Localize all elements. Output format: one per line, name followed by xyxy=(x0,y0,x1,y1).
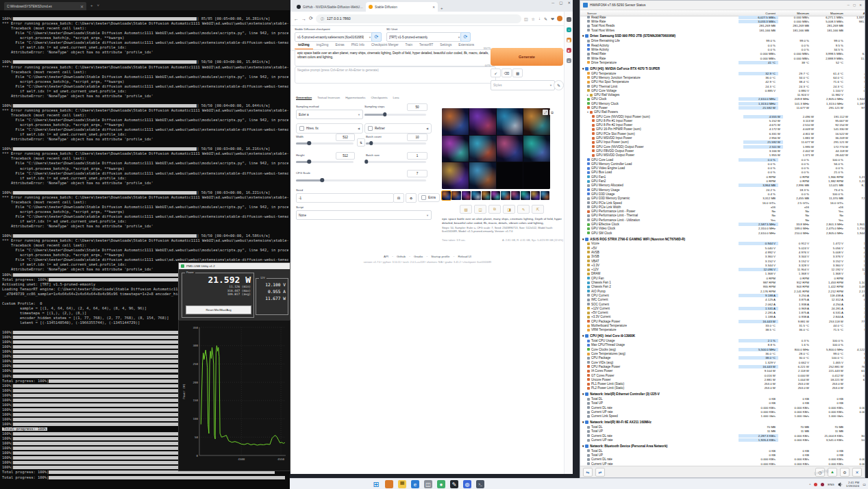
gallery-image[interactable] xyxy=(469,108,496,135)
tab-close-icon[interactable]: ✕ xyxy=(432,5,435,9)
sensor-row[interactable]: Vcore0.944 V0.912 V1.472 V1.104 V xyxy=(580,242,865,246)
sensor-row[interactable]: VBAT3.152 V3.152 V3.152 V3.152 V xyxy=(580,259,865,263)
sensor-row[interactable]: +12V Current1.531 A0.969 A24.281 A8.114 … xyxy=(580,306,865,310)
tab-dropdown-icon[interactable]: ˅ xyxy=(97,3,100,8)
sensor-row[interactable]: Total UP0 KB0 KB0 KB xyxy=(580,401,865,405)
hires-fix-checkbox[interactable]: Hires. fix◀ xyxy=(296,123,363,134)
gallery-thumbnail[interactable] xyxy=(541,191,549,200)
sensor-row[interactable]: CPU Fan0 RPM0 RPM0 RPM0 RPM xyxy=(580,276,865,280)
footer-link-reload-ui[interactable]: Reload UI xyxy=(458,255,471,258)
sensor-row[interactable]: Total Host Reads281,269 MB281,269 MB281,… xyxy=(580,24,865,28)
sensor-row[interactable]: GPU 16-Pin HPWR Power (sum)4.172 W4.009 … xyxy=(580,127,865,131)
sensor-row[interactable]: GPU Bus Load0.0 %0.0 %21.0 %4.2 % xyxy=(580,171,865,175)
tab-img2img[interactable]: img2img xyxy=(313,42,332,49)
sensor-row[interactable]: GPU Fan10 RPM0 RPM1,966 RPM1,213 RPM xyxy=(580,175,865,179)
tab-settings[interactable]: Settings xyxy=(436,42,455,49)
sidebar-shopping-icon[interactable]: ▣ xyxy=(567,38,571,42)
sensor-row[interactable]: GPU Core Load0.0 %0.0 %100.0 %46.8 % xyxy=(580,158,865,162)
gallery-image[interactable] xyxy=(469,162,496,189)
sensor-row[interactable]: PL1 Power Limit (Static)253.0 W253.0 W25… xyxy=(580,381,865,386)
sensor-row[interactable]: Drive Temperature41 °C38 °C52 °C45 °C xyxy=(580,60,865,64)
browser-tab-stable-diffusion[interactable]: Stable Diffusion ✕ xyxy=(366,2,438,12)
taskbar-pmd-app[interactable]: ◍ xyxy=(463,480,471,488)
close-sensors-button[interactable]: ✕ xyxy=(852,468,862,477)
sensor-row[interactable]: Core VIDs (avg)1.329 V0.662 V1.465 V1.18… xyxy=(580,360,865,364)
terminal-tab-close-icon[interactable]: ✕ xyxy=(80,4,84,9)
sensor-row[interactable]: PL2 Power Limit (Static)253.0 W253.0 W25… xyxy=(580,386,865,390)
sensor-row[interactable]: Drive Remaining Life99.0 %99.0 %99.0 %99… xyxy=(580,39,865,43)
sensor-row[interactable]: GPU Video Engine Load0.0 %0.0 %0.0 %0.0 … xyxy=(580,166,865,171)
tab-tensorrt[interactable]: TensorRT xyxy=(416,42,436,49)
site-info-icon[interactable]: ⓘ xyxy=(321,16,324,21)
footer-link-github[interactable]: Github xyxy=(397,255,406,258)
taskbar-terminal[interactable]: >_ xyxy=(476,480,484,488)
tray-hwinfo-icon[interactable] xyxy=(814,483,817,486)
tab-extras[interactable]: Extras xyxy=(332,42,347,49)
sensor-group-header[interactable]: ▾ Network: Intel(R) Ethernet Controller … xyxy=(580,392,865,397)
batch-count-value[interactable]: 10 xyxy=(407,134,427,141)
gallery-thumbnail[interactable] xyxy=(462,191,471,200)
footer-link-startup-profile[interactable]: Startup profile xyxy=(431,255,449,258)
sensor-group-header[interactable]: ▾ ASUS ROG STRIX Z790-E GAMING WIFI (Nuv… xyxy=(580,236,865,242)
sensor-row[interactable]: Current DL rate2,287.3 KB/s0.000 KB/s21,… xyxy=(580,434,865,438)
taskbar-sensor-app[interactable]: ● xyxy=(437,480,445,488)
extra-networks-button[interactable]: ▦ xyxy=(512,68,523,77)
send-to-inpaint-button[interactable]: ✎ xyxy=(517,205,530,214)
tray-overflow-caret[interactable]: ^ xyxy=(809,483,810,486)
width-value[interactable]: 512 xyxy=(336,134,355,141)
sensor-row[interactable]: GPU D3D Usage0.4 %0.0 %100.0 %45.1 % xyxy=(580,192,865,196)
maximize-button[interactable]: ▢ xyxy=(853,3,856,7)
sensor-row[interactable]: GPU Hot Spot Temperature42.9 °C38.4 °C71… xyxy=(580,80,865,84)
minimize-button[interactable]: ─ xyxy=(847,3,850,7)
sensor-row[interactable]: AIO Pump2,176 RPM2,141 RPM2,212 RPM2,177… xyxy=(580,289,865,293)
sensor-row[interactable]: GPU 8-Pin #1 Input Power5.152 W3.113 W95… xyxy=(580,118,865,123)
sensor-row[interactable]: GPU Core (NVVDD) Input Power (sum)4.555 … xyxy=(580,114,865,118)
sensor-row[interactable]: GPU MSVDD Output Power1.955 W1.371 W28.4… xyxy=(580,153,865,158)
clear-prompt-button[interactable]: ⌫ xyxy=(501,68,512,77)
sensor-row[interactable]: GPU Core Voltage0.885 V0.880 V1.100 V0.9… xyxy=(580,88,865,92)
styles-dropdown[interactable]: Styles▼ xyxy=(491,80,555,90)
sensor-row[interactable]: CPU Package Power16.443 W6.221 W252.881 … xyxy=(580,364,865,368)
sensor-row[interactable]: GPU Effective Clock2,587.5 MHz33.8 MHz2,… xyxy=(580,222,865,226)
sensor-row[interactable]: CPU Package38.0 °C30.0 °C100.0 °C64.8 °C xyxy=(580,356,865,360)
tab-checkpoint-merger[interactable]: Checkpoint Merger xyxy=(368,42,402,49)
close-button[interactable]: ✕ xyxy=(567,1,571,5)
sensor-row[interactable]: GPU Thermal Limit24.3 °C24.3 °C24.3 °C24… xyxy=(580,84,865,88)
cfg-scale-value[interactable]: 7 xyxy=(407,170,427,177)
gallery-thumbnail[interactable] xyxy=(521,191,530,200)
power-graph-window[interactable]: 05010015020025030035045004550Power (W) xyxy=(178,320,290,471)
sensor-row[interactable]: Current DL rate0.000 KB/s0.000 KB/s0.000… xyxy=(580,405,865,410)
scroll-top-button[interactable]: ▲ xyxy=(828,468,837,477)
tab-txt2img[interactable]: txt2img xyxy=(295,42,313,49)
browser-essentials-button[interactable]: ❤ xyxy=(551,16,554,21)
sensor-row[interactable]: GPU 8-Pin #2 Input Power4.671 W2.510 W92… xyxy=(580,123,865,127)
sensor-row[interactable]: Core Temperatures (avg)36.0 °C28.0 °C99.… xyxy=(580,351,865,355)
taskbar-package-app[interactable]: ◫ xyxy=(424,480,432,488)
gallery-image[interactable] xyxy=(442,136,469,162)
clock[interactable]: 2:41 PM 1/19/2024 xyxy=(846,481,860,488)
volume-icon[interactable] xyxy=(838,482,843,487)
sensor-group-header[interactable]: ▾ GPU [#0]: NVIDIA GeForce RTX 4070 Ti S… xyxy=(580,66,865,71)
tray-app-icon[interactable] xyxy=(821,483,824,486)
sensor-row[interactable]: Uncore Power2.881 W1.004 W18.221 W6.412 … xyxy=(580,377,865,381)
gallery-image[interactable] xyxy=(523,136,550,162)
gallery-image[interactable] xyxy=(497,136,523,162)
generate-button[interactable]: Generate xyxy=(491,48,563,66)
notification-center-icon[interactable]: ▭ xyxy=(863,482,866,486)
sensor-row[interactable]: GPU Memory Clock1,313.0 MHz101.3 MHz1,31… xyxy=(580,101,865,105)
script-dropdown[interactable]: None▼ xyxy=(296,210,432,220)
sensor-row[interactable]: Total CPU Usage2.1 %0.3 %100.0 %38.4 % xyxy=(580,338,865,342)
sensor-row[interactable]: GPU FBVDD Output Power3.166 W2.402 W44.1… xyxy=(580,149,865,153)
gallery-thumbnail[interactable] xyxy=(511,191,520,200)
sensor-row[interactable]: Write Activity0.0 %0.0 %34.5 %0.4 % xyxy=(580,47,865,51)
new-tab-button[interactable]: + xyxy=(441,6,443,10)
sensor-row[interactable]: CPU Current9.188 A3.250 A118.438 A41.221… xyxy=(580,293,865,297)
refresh-checkpoints-button[interactable]: ⟳ xyxy=(371,32,382,42)
sensor-row[interactable]: GPU D3D Memory Dynamic3,312 MB2,455 MB11… xyxy=(580,197,865,201)
profile-avatar[interactable] xyxy=(557,16,562,21)
negative-prompt-input[interactable]: Negative prompt (press Ctrl+Enter or Alt… xyxy=(295,66,496,84)
sensor-row[interactable]: Chassis Fan 1987 RPM912 RPM1,453 RPM1,10… xyxy=(580,280,865,284)
sidebar-add-icon[interactable]: + xyxy=(567,58,571,63)
sensor-row[interactable]: Read Activity0.0 %0.0 %9.5 %0.1 % xyxy=(580,43,865,47)
gallery-image[interactable] xyxy=(497,108,523,135)
